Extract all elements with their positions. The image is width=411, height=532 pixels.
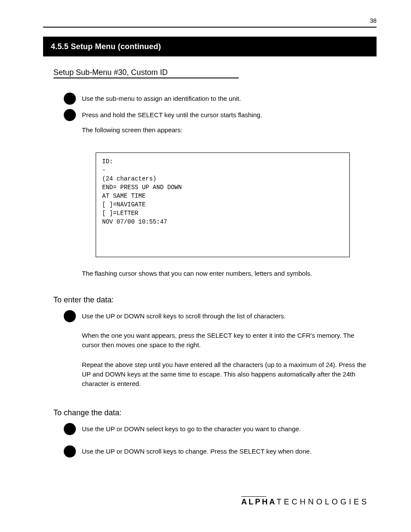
paragraph: Repeat the above step until you have ent…: [82, 360, 370, 389]
bullet-text: Press and hold the SELECT key until the …: [82, 109, 262, 120]
bullet-icon: [64, 93, 76, 105]
section-bar-title: 4.5.5 Setup Menu (continued): [51, 42, 161, 51]
bullet-text: Use the sub-menu to assign an identifica…: [82, 93, 241, 103]
footer-bold: ALPHA: [241, 498, 277, 506]
section-underline: [53, 78, 239, 78]
bullet-icon: [64, 109, 76, 121]
post-box-text: The flashing cursor shows that you can n…: [82, 269, 370, 278]
bullet-icon: [64, 445, 76, 457]
sub-text: The following screen then appears:: [82, 125, 370, 135]
page-number: 38: [370, 17, 377, 24]
section-bar: 4.5.5 Setup Menu (continued): [43, 37, 377, 56]
section-title: Setup Sub-Menu #30, Custom ID: [53, 68, 168, 77]
bullet-text: Use the UP or DOWN scroll keys to change…: [82, 445, 311, 456]
bullet-item: Use the UP or DOWN scroll keys to change…: [64, 445, 370, 457]
footer-overline: [241, 496, 266, 497]
footer-rest: TECHNOLOGIES: [277, 498, 369, 506]
bullet-text: Use the UP or DOWN scroll keys to scroll…: [82, 310, 286, 321]
bullet-icon: [64, 310, 76, 322]
bullet-item: Use the UP or DOWN scroll keys to scroll…: [64, 310, 370, 322]
bullet-item: Use the sub-menu to assign an identifica…: [64, 93, 370, 105]
bullet-icon: [64, 423, 76, 435]
top-rule: [43, 27, 377, 28]
subsection-title-enter: To enter the data:: [53, 296, 114, 305]
footer-logo: ALPHATECHNOLOGIES: [241, 496, 379, 507]
bullet-text: Use the UP or DOWN select keys to go to …: [82, 423, 301, 434]
bullet-item: Use the UP or DOWN select keys to go to …: [64, 423, 370, 435]
subsection-title-change: To change the data:: [53, 408, 121, 417]
bullet-item: Press and hold the SELECT key until the …: [64, 109, 370, 121]
paragraph: When the one you want appears, press the…: [82, 331, 370, 350]
code-display-box: ID: - (24 characters) END= PRESS UP AND …: [96, 152, 350, 257]
